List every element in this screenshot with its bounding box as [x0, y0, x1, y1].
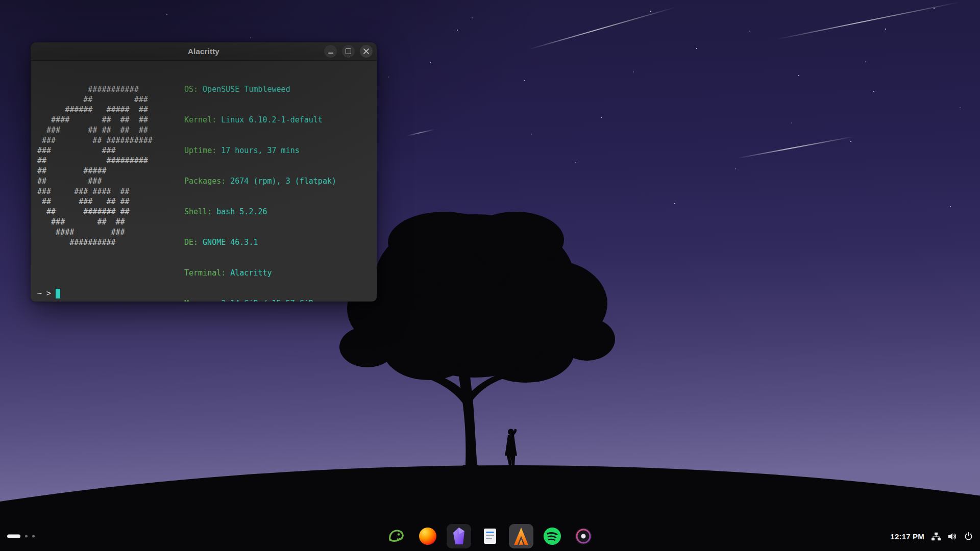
workspace-pill-active[interactable] [7, 535, 20, 538]
info-value: Linux 6.10.2-1-default [221, 115, 323, 124]
meteor-streak [738, 136, 854, 159]
alacritty-icon [511, 526, 531, 546]
window-title: Alacritty [188, 47, 219, 56]
info-row: Uptime:17 hours, 37 mins [184, 145, 336, 156]
prompt-text: ~ > [37, 288, 51, 298]
info-label: OS: [184, 85, 198, 94]
info-row: Packages:2674 (rpm), 3 (flatpak) [184, 176, 336, 186]
status-clock[interactable]: 12:17 PM [890, 532, 924, 541]
opensuse-icon [386, 526, 407, 546]
minimize-icon [328, 53, 333, 54]
firefox-icon [418, 526, 438, 546]
workspace-indicator[interactable] [7, 535, 35, 538]
info-label: Kernel: [184, 115, 216, 124]
dock-item-firefox[interactable] [415, 524, 440, 548]
spotify-icon [542, 526, 562, 546]
power-icon[interactable] [964, 532, 973, 541]
obsidian-icon [449, 526, 469, 546]
meteor-streak [777, 2, 960, 40]
info-label: Shell: [184, 207, 212, 216]
terminal-viewport[interactable]: ########### ## ### ###### ##### ## #### … [31, 61, 377, 302]
person-silhouette [501, 428, 521, 470]
media-player-icon [573, 526, 594, 546]
meteor-streak [407, 129, 435, 136]
maximize-button[interactable] [342, 45, 355, 58]
info-label: Memory: [184, 299, 216, 302]
info-row: Kernel:Linux 6.10.2-1-default [184, 115, 336, 125]
info-label: Terminal: [184, 268, 226, 278]
info-value: GNOME 46.3.1 [203, 238, 258, 247]
info-row: OS:OpenSUSE Tumbleweed [184, 84, 336, 94]
info-row: Shell:bash 5.2.26 [184, 207, 336, 217]
info-value: 17 hours, 37 mins [221, 146, 300, 155]
desktop: Alacritty ########### ## ### ###### ####… [0, 0, 980, 551]
meteor-streak [528, 7, 676, 50]
terminal-cursor [56, 289, 60, 298]
tree-silhouette [337, 202, 623, 477]
info-label: Packages: [184, 177, 226, 186]
notes-icon [480, 526, 500, 546]
close-button[interactable] [360, 45, 373, 58]
workspace-dot[interactable] [32, 535, 35, 538]
dock-item-spotify[interactable] [540, 524, 565, 548]
info-row: DE:GNOME 46.3.1 [184, 237, 336, 247]
dock-item-notes[interactable] [478, 524, 502, 548]
info-value: OpenSUSE Tumbleweed [203, 85, 290, 94]
minimize-button[interactable] [324, 45, 337, 58]
info-value: 3.14 GiB / 15.57 GiB [221, 299, 313, 302]
stars-dim [0, 0, 1, 1]
system-info: OS:OpenSUSE Tumbleweed Kernel:Linux 6.10… [184, 64, 336, 302]
workspace-dot[interactable] [25, 535, 28, 538]
dock-item-obsidian[interactable] [447, 524, 471, 548]
window-titlebar[interactable]: Alacritty [31, 42, 377, 61]
dock-item-alacritty[interactable] [509, 524, 533, 548]
info-value: 2674 (rpm), 3 (flatpak) [230, 177, 336, 186]
info-label: Uptime: [184, 146, 216, 155]
close-icon [363, 48, 369, 54]
window-controls [324, 45, 373, 58]
status-area: 12:17 PM [890, 532, 973, 541]
info-row: Memory:3.14 GiB / 15.57 GiB [184, 298, 336, 302]
info-value: bash 5.2.26 [216, 207, 267, 216]
info-label: DE: [184, 238, 198, 247]
fastfetch-output: ########### ## ### ###### ##### ## #### … [37, 64, 377, 278]
dock [384, 524, 596, 548]
info-row: Terminal:Alacritty [184, 268, 336, 278]
taskbar: 12:17 PM [0, 521, 980, 551]
dock-item-media-player[interactable] [571, 524, 596, 548]
network-icon[interactable] [932, 532, 941, 540]
dock-item-opensuse[interactable] [384, 524, 409, 548]
info-value: Alacritty [230, 268, 272, 278]
volume-icon[interactable] [948, 532, 957, 540]
maximize-icon [346, 48, 351, 54]
alacritty-window: Alacritty ########### ## ### ###### ####… [31, 42, 377, 302]
